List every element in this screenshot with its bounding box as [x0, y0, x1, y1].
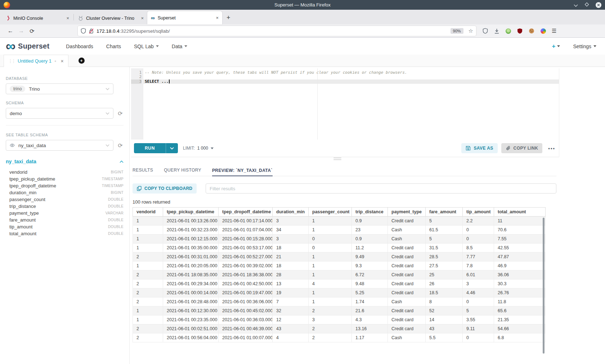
table-row[interactable]: 12021-06-01 00:23:35.0002021-06-01 00:36… [133, 315, 546, 324]
refresh-tables-icon[interactable]: ⟳ [117, 142, 124, 149]
copy-link-button[interactable]: COPY LINK [501, 143, 543, 153]
hamburger-menu-icon[interactable]: ☰ [552, 28, 556, 34]
tab-preview-ny-taxi-data[interactable]: PREVIEW: `NY_TAXI_DATA` [212, 168, 273, 176]
run-dropdown-button[interactable] [166, 143, 178, 153]
query-tab-close-icon[interactable]: × [60, 58, 63, 64]
table-row[interactable]: 22021-06-01 00:28:48.0002021-06-01 00:36… [133, 297, 546, 306]
cookie-icon[interactable] [529, 28, 534, 34]
table-row[interactable]: 22021-06-01 00:02:51.0002021-06-01 00:46… [133, 324, 546, 333]
downloads-icon[interactable] [494, 28, 499, 34]
query-tab-untitled[interactable]: ⋮⋮ Untitled Query 1 ● × [4, 55, 68, 67]
editor-comment-line[interactable]: -- Note: Unless you save your query, the… [143, 70, 559, 75]
column-header[interactable]: tpep_dropoff_datetime [219, 208, 273, 217]
query-tab-label[interactable]: Untitled Query 1 [18, 58, 51, 64]
table-row[interactable]: 12021-06-01 00:12:30.0002021-06-01 00:45… [133, 306, 546, 315]
nav-item-charts[interactable]: Charts [106, 44, 121, 49]
superset-brand[interactable]: Superset [18, 42, 49, 50]
browser-tab-superset[interactable]: ∞∞ Superset × [147, 11, 222, 24]
table-cell: 2021-06-01 18:36:38.000 [219, 270, 273, 279]
column-header[interactable]: tip_amount [463, 208, 494, 217]
table-row[interactable]: 22021-06-01 00:00:14.0002021-06-01 00:19… [133, 288, 546, 297]
run-button[interactable]: RUN [134, 143, 166, 153]
table-row[interactable]: 22021-06-01 18:08:35.0002021-06-01 18:36… [133, 270, 546, 279]
filter-results-input[interactable] [206, 183, 556, 194]
table-schema-header[interactable]: ny_taxi_data [6, 159, 124, 164]
refresh-schemas-icon[interactable]: ⟳ [117, 110, 124, 117]
table-row[interactable]: 12021-06-01 00:20:05.0002021-06-01 00:39… [133, 261, 546, 270]
column-header[interactable]: vendorid [133, 208, 163, 217]
column-header[interactable]: trip_distance [352, 208, 388, 217]
table-row[interactable]: 22021-06-01 00:31:01.0002021-06-01 00:52… [133, 252, 546, 261]
column-header[interactable]: fare_amount [426, 208, 463, 217]
table-row[interactable]: 12021-06-01 00:13:26.0002021-06-01 00:17… [133, 217, 546, 226]
firefox-logo-icon [4, 2, 10, 8]
database-select[interactable]: trino Trino [6, 83, 113, 94]
table-cell: 1 [309, 217, 352, 226]
more-actions-button[interactable]: ••• [548, 146, 555, 151]
table-row[interactable]: 12021-06-01 00:32:23.0002021-06-01 01:07… [133, 226, 546, 235]
bookmark-star-icon[interactable]: ☆ [469, 28, 473, 34]
chevron-down-icon [106, 88, 109, 90]
new-tab-button[interactable]: + [227, 14, 230, 22]
tab-close-icon[interactable]: × [66, 15, 69, 21]
tab-query-history[interactable]: QUERY HISTORY [164, 168, 201, 176]
table-row[interactable]: 12021-06-01 00:35:00.0002021-06-01 00:53… [133, 244, 546, 252]
table-row[interactable]: 12021-06-01 00:12:15.0002021-06-01 00:15… [133, 235, 546, 244]
window-maximize-button[interactable] [584, 2, 589, 8]
column-type: BIGINT [111, 191, 124, 195]
table-scrollbar-thumb[interactable] [543, 218, 544, 354]
window-close-button[interactable] [596, 2, 601, 8]
table-cell: 18 [273, 244, 309, 252]
browser-tab-trino[interactable]: Cluster Overview - Trino × [75, 12, 147, 24]
pane-resize-handle[interactable] [333, 158, 341, 160]
schema-select[interactable]: demo [6, 108, 113, 119]
add-query-tab-button[interactable]: + [79, 58, 85, 64]
url-text[interactable]: 172.18.0.4:32295/superset/sqllab/ [97, 28, 170, 34]
schema-column-row: total_amount DOUBLE [6, 230, 124, 237]
column-header[interactable]: passenger_count [309, 208, 352, 217]
table-cell: 2 [133, 279, 163, 288]
column-header[interactable]: total_amount [494, 208, 546, 217]
tab-results[interactable]: RESULTS [133, 168, 153, 176]
table-cell: 28 [273, 270, 309, 279]
tab-close-icon[interactable]: × [216, 15, 219, 21]
table-cell: 3 [273, 217, 309, 226]
shield-icon[interactable] [81, 28, 86, 34]
drag-handle-icon[interactable]: ⋮⋮ [8, 59, 15, 64]
limit-dropdown[interactable]: LIMIT: 1 000 [183, 146, 214, 151]
table-row[interactable]: 22021-06-01 00:56:04.0002021-06-01 01:00… [133, 333, 546, 342]
column-header[interactable]: tpep_pickup_datetime [163, 208, 219, 217]
editor-blank-line[interactable] [143, 75, 559, 79]
zoom-level-badge[interactable]: 90% [451, 28, 463, 34]
reload-button[interactable]: ⟳ [27, 28, 37, 35]
protections-shield-icon[interactable] [483, 28, 488, 34]
sql-editor[interactable]: 1 2 3 -- Note: Unless you save your quer… [131, 68, 559, 140]
browser-tab-minio[interactable]: MinIO Console × [2, 12, 73, 24]
table-row[interactable]: 22021-06-01 00:29:34.0002021-06-01 00:42… [133, 279, 546, 288]
table-cell: 2 [133, 324, 163, 333]
insecure-lock-icon[interactable] [89, 28, 94, 34]
table-select[interactable]: ny_taxi_data [6, 140, 113, 151]
window-minimize-button[interactable] [574, 2, 578, 8]
column-header[interactable]: payment_type [388, 208, 426, 217]
table-cell: Credit card [388, 324, 426, 333]
table-cell: 2 [133, 252, 163, 261]
tab-close-icon[interactable]: × [141, 15, 144, 21]
extension-green-icon[interactable] [506, 28, 511, 34]
save-as-button[interactable]: SAVE AS [461, 143, 497, 153]
copy-to-clipboard-button[interactable]: COPY TO CLIPBOARD [133, 183, 197, 194]
new-item-button[interactable]: + [552, 43, 560, 50]
superset-logo[interactable]: ∞∞ [6, 41, 15, 51]
editor-sql-line[interactable]: SELECT ... [143, 79, 559, 84]
nav-item-sql-lab[interactable]: SQL Lab [134, 44, 159, 49]
back-button[interactable]: ← [5, 28, 16, 34]
nav-item-data[interactable]: Data [172, 44, 188, 49]
nav-item-dashboards[interactable]: Dashboards [66, 44, 93, 49]
ublock-shield-icon[interactable] [517, 28, 523, 34]
extension-colorful-icon[interactable] [541, 28, 546, 34]
database-label: DATABASE [6, 76, 124, 81]
column-header[interactable]: duration_min [273, 208, 309, 217]
table-cell: 11.8 [494, 297, 546, 306]
settings-menu[interactable]: Settings [573, 44, 596, 49]
url-bar[interactable]: 172.18.0.4:32295/superset/sqllab/ 90% ☆ [78, 26, 476, 36]
